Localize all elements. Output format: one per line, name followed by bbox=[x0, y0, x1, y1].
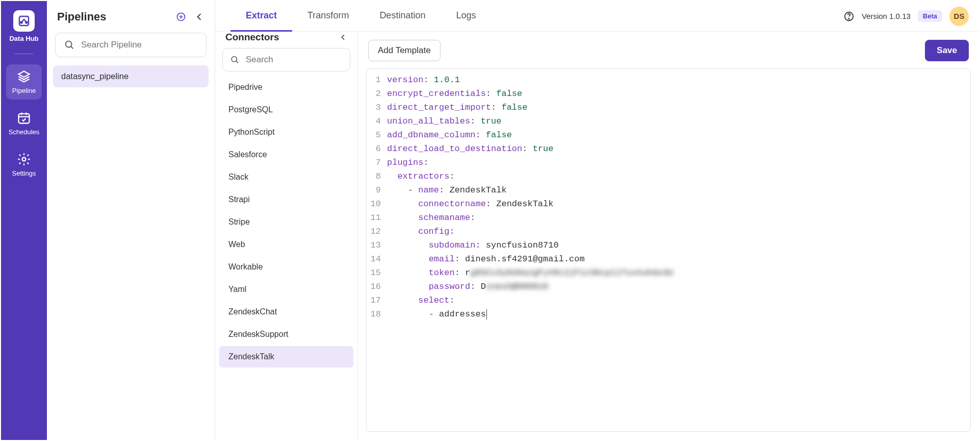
code-line[interactable]: 8 extractors: bbox=[367, 169, 970, 183]
connector-item[interactable]: Slack bbox=[219, 166, 353, 188]
tab-extract[interactable]: Extract bbox=[230, 1, 292, 32]
connector-item[interactable]: ZendeskTalk bbox=[219, 346, 353, 368]
brand-label: Data Hub bbox=[9, 35, 38, 42]
code-line[interactable]: 14 email: dinesh.sf4291@gmail.com bbox=[367, 252, 970, 266]
nav-item-label: Pipeline bbox=[12, 87, 36, 94]
connector-item[interactable]: PostgreSQL bbox=[219, 99, 353, 120]
nav-item-label: Settings bbox=[12, 169, 36, 177]
editor-area: Add Template Save 1version: 1.0.12encryp… bbox=[358, 32, 979, 440]
nav-rail: Data Hub Pipeline Schedules bbox=[1, 1, 47, 440]
connector-item[interactable]: ZendeskChat bbox=[219, 301, 353, 323]
brand-logo bbox=[13, 10, 35, 32]
top-bar: Extract Transform Destination Logs Versi… bbox=[215, 1, 979, 32]
connectors-search-input[interactable] bbox=[246, 55, 343, 65]
connector-item[interactable]: Strapi bbox=[219, 189, 353, 210]
code-line[interactable]: 4union_all_tables: true bbox=[367, 114, 970, 128]
line-number: 1 bbox=[367, 73, 387, 87]
gear-icon bbox=[17, 152, 31, 166]
line-number: 2 bbox=[367, 87, 387, 101]
line-number: 18 bbox=[367, 307, 387, 321]
code-line[interactable]: 12 config: bbox=[367, 225, 970, 238]
connector-item[interactable]: Yaml bbox=[219, 279, 353, 300]
pipeline-search-input[interactable] bbox=[81, 40, 198, 50]
line-number: 4 bbox=[367, 114, 387, 128]
line-number: 5 bbox=[367, 128, 387, 142]
add-template-button[interactable]: Add Template bbox=[368, 40, 441, 61]
connector-item[interactable]: Salesforce bbox=[219, 144, 353, 165]
chevron-left-icon[interactable] bbox=[339, 33, 347, 41]
avatar[interactable]: DS bbox=[949, 7, 969, 26]
svg-rect-3 bbox=[19, 114, 30, 124]
line-number: 3 bbox=[367, 101, 387, 114]
code-line[interactable]: 5add_dbname_column: false bbox=[367, 128, 970, 142]
svg-point-2 bbox=[25, 21, 27, 23]
code-line[interactable]: 16 password: Dinesh@000018 bbox=[367, 280, 970, 293]
code-line[interactable]: 3direct_target_import: false bbox=[367, 101, 970, 114]
connector-item[interactable]: Workable bbox=[219, 256, 353, 278]
line-number: 7 bbox=[367, 156, 387, 169]
help-icon[interactable] bbox=[843, 11, 855, 22]
logo-icon bbox=[18, 15, 30, 27]
line-number: 6 bbox=[367, 142, 387, 156]
line-number: 17 bbox=[367, 293, 387, 307]
save-button[interactable]: Save bbox=[925, 40, 969, 61]
pipelines-panel: Pipelines datasync_pipeline bbox=[47, 1, 215, 440]
connector-item[interactable]: ZendeskSupport bbox=[219, 324, 353, 345]
line-number: 10 bbox=[367, 197, 387, 211]
connector-item[interactable]: PythonScript bbox=[219, 121, 353, 143]
connector-item[interactable]: Stripe bbox=[219, 211, 353, 233]
code-line[interactable]: 6direct_load_to_destination: true bbox=[367, 142, 970, 156]
pipelines-title: Pipelines bbox=[57, 10, 107, 23]
connector-item[interactable]: Web bbox=[219, 234, 353, 255]
line-number: 11 bbox=[367, 211, 387, 225]
line-number: 9 bbox=[367, 183, 387, 197]
svg-rect-0 bbox=[19, 16, 29, 26]
tab-destination[interactable]: Destination bbox=[364, 1, 441, 32]
code-line[interactable]: 10 connectorname: ZendeskTalk bbox=[367, 197, 970, 211]
tab-logs[interactable]: Logs bbox=[441, 1, 491, 32]
line-number: 15 bbox=[367, 266, 387, 280]
svg-point-8 bbox=[848, 18, 849, 18]
line-number: 13 bbox=[367, 238, 387, 252]
search-icon bbox=[64, 39, 75, 51]
search-icon bbox=[230, 54, 240, 65]
connector-item[interactable]: Pipedrive bbox=[219, 77, 353, 98]
code-editor[interactable]: 1version: 1.0.12encrypt_credentials: fal… bbox=[366, 68, 971, 432]
nav-item-pipeline[interactable]: Pipeline bbox=[6, 64, 42, 100]
pipeline-search[interactable] bbox=[55, 33, 207, 57]
code-line[interactable]: 17 select: bbox=[367, 293, 970, 307]
connectors-list[interactable]: PipedrivePostgreSQLPythonScriptSalesforc… bbox=[215, 76, 357, 440]
pipeline-item[interactable]: datasync_pipeline bbox=[53, 65, 209, 87]
code-line[interactable]: 7plugins: bbox=[367, 156, 970, 169]
line-number: 16 bbox=[367, 280, 387, 293]
code-line[interactable]: 2encrypt_credentials: false bbox=[367, 87, 970, 101]
code-line[interactable]: 1version: 1.0.1 bbox=[367, 73, 970, 87]
nav-separator bbox=[15, 54, 33, 54]
code-line[interactable]: 11 schemaname: bbox=[367, 211, 970, 225]
tabs: Extract Transform Destination Logs bbox=[215, 1, 491, 32]
code-line[interactable]: 9 - name: ZendeskTalk bbox=[367, 183, 970, 197]
line-number: 8 bbox=[367, 169, 387, 183]
connectors-search[interactable] bbox=[222, 48, 350, 71]
connectors-panel: Connectors PipedrivePostgreSQLPythonScri… bbox=[215, 32, 358, 440]
layers-icon bbox=[17, 69, 31, 84]
tab-transform[interactable]: Transform bbox=[292, 1, 364, 32]
add-icon[interactable] bbox=[176, 12, 186, 22]
version-text: Version 1.0.13 bbox=[862, 12, 911, 20]
line-number: 12 bbox=[367, 225, 387, 238]
nav-item-settings[interactable]: Settings bbox=[6, 147, 42, 182]
beta-badge: Beta bbox=[918, 10, 942, 22]
nav-item-label: Schedules bbox=[9, 128, 40, 136]
svg-point-1 bbox=[20, 21, 22, 23]
code-line[interactable]: 18 - addresses bbox=[367, 307, 970, 321]
nav-item-schedules[interactable]: Schedules bbox=[6, 106, 42, 141]
calendar-icon bbox=[17, 111, 31, 125]
svg-point-4 bbox=[22, 158, 26, 161]
brand-block[interactable]: Data Hub bbox=[9, 10, 38, 42]
connectors-title: Connectors bbox=[225, 32, 279, 43]
code-line[interactable]: 13 subdomain: syncfusion8710 bbox=[367, 238, 970, 252]
line-number: 14 bbox=[367, 252, 387, 266]
code-line[interactable]: 15 token: rg8SCu3ybU6azgFyV8c2jF1z3Gcpl1… bbox=[367, 266, 970, 280]
chevron-left-icon[interactable] bbox=[194, 12, 204, 22]
